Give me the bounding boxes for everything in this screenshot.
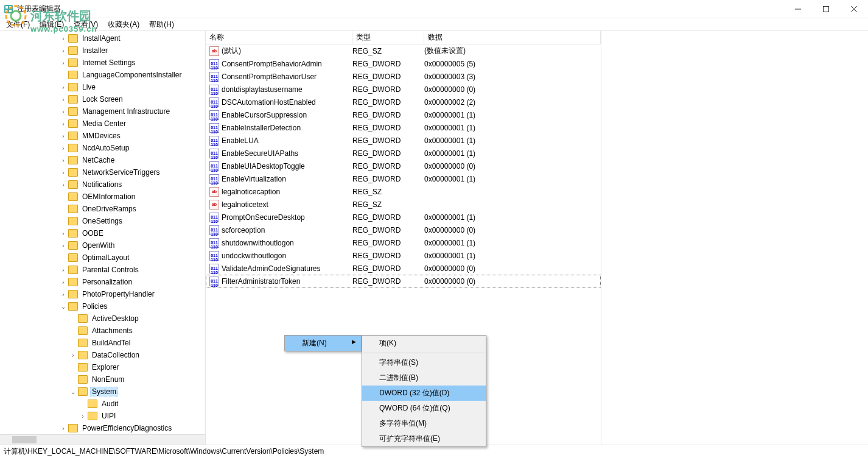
tree-item[interactable]: ›Parental Controls [0, 264, 205, 276]
tree-item[interactable]: ›OOBE [0, 227, 205, 239]
ctx-submenu-item[interactable]: QWORD (64 位)值(Q) [362, 401, 486, 416]
registry-value-row[interactable]: 011110EnableInstallerDetectionREG_DWORD0… [206, 121, 601, 134]
col-data[interactable]: 数据 [424, 31, 601, 44]
expand-icon[interactable]: › [58, 230, 68, 237]
tree-item[interactable]: LanguageComponentsInstaller [0, 69, 205, 81]
ctx-submenu-item[interactable]: DWORD (32 位)值(D) [362, 386, 486, 401]
tree-item[interactable]: OneDriveRamps [0, 203, 205, 215]
expand-icon[interactable]: › [58, 145, 68, 152]
tree-item[interactable]: ›Personalization [0, 276, 205, 288]
tree-item[interactable]: ›DataCollection [0, 349, 205, 361]
registry-value-row[interactable]: 011110EnableSecureUIAPathsREG_DWORD0x000… [206, 147, 601, 160]
expand-icon[interactable]: › [68, 352, 78, 359]
menu-file[interactable]: 文件(F) [2, 18, 33, 31]
ctx-submenu-item[interactable]: 可扩充字符串值(E) [362, 431, 486, 446]
tree-item[interactable]: ⌄Policies [0, 300, 205, 312]
tree-item[interactable]: ›Lock Screen [0, 93, 205, 105]
expand-icon[interactable]: › [58, 121, 68, 127]
tree-item[interactable]: OptimalLayout [0, 252, 205, 264]
menu-edit[interactable]: 编辑(E) [36, 18, 68, 31]
registry-value-row[interactable]: 011110scforceoptionREG_DWORD0x00000000 (… [206, 224, 601, 236]
tree-item[interactable]: ›Live [0, 81, 205, 93]
expand-icon[interactable]: › [58, 84, 68, 91]
tree-item[interactable]: ›Media Center [0, 118, 205, 130]
registry-value-row[interactable]: 011110dontdisplaylastusernameREG_DWORD0x… [206, 83, 601, 96]
registry-value-row[interactable]: ablegalnoticecaptionREG_SZ [206, 185, 601, 198]
tree-item[interactable]: ›NetworkServiceTriggers [0, 166, 205, 178]
ctx-submenu-item[interactable]: 二进制值(B) [362, 370, 486, 386]
menu-favorites[interactable]: 收藏夹(A) [104, 18, 143, 31]
value-data: 0x00000001 (1) [424, 124, 601, 132]
registry-value-row[interactable]: 011110EnableLUAREG_DWORD0x00000001 (1) [206, 134, 601, 147]
collapse-icon[interactable]: ⌄ [58, 303, 68, 310]
title-bar[interactable]: 注册表编辑器 [0, 0, 868, 18]
collapse-icon[interactable]: ⌄ [68, 389, 78, 395]
maximize-button[interactable] [812, 0, 840, 18]
registry-value-row[interactable]: ablegalnoticetextREG_SZ [206, 198, 601, 211]
expand-icon[interactable]: › [58, 279, 68, 286]
expand-icon[interactable]: › [58, 181, 68, 188]
expand-icon[interactable]: › [58, 108, 68, 115]
registry-value-row[interactable]: ab(默认)REG_SZ(数值未设置) [206, 44, 601, 57]
registry-value-row[interactable]: 011110EnableCursorSuppressionREG_DWORD0x… [206, 108, 601, 121]
tree-item[interactable]: ⌄System [0, 386, 205, 398]
ctx-submenu-item[interactable]: 多字符串值(M) [362, 416, 486, 431]
tree-item[interactable]: ›MMDevices [0, 130, 205, 142]
registry-value-row[interactable]: 011110ConsentPromptBehaviorUserREG_DWORD… [206, 70, 601, 83]
tree-item[interactable]: ›Management Infrastructure [0, 105, 205, 118]
tree-item[interactable]: ›Notifications [0, 178, 205, 191]
tree-item[interactable]: Attachments [0, 325, 205, 337]
ctx-submenu-item[interactable]: 项(K) [362, 336, 486, 351]
menu-view[interactable]: 查看(V) [70, 18, 102, 31]
expand-icon[interactable]: › [58, 60, 68, 66]
expand-icon[interactable]: › [58, 267, 68, 273]
tree-item[interactable]: NonEnum [0, 373, 205, 386]
col-name[interactable]: 名称 [206, 31, 352, 44]
tree-item[interactable]: ›Installer [0, 44, 205, 57]
expand-icon[interactable]: › [58, 35, 68, 42]
expand-icon[interactable]: › [58, 425, 68, 432]
tree-item[interactable]: Audit [0, 398, 205, 410]
tree-item[interactable]: OneSettings [0, 215, 205, 227]
registry-value-row[interactable]: 011110undockwithoutlogonREG_DWORD0x00000… [206, 249, 601, 262]
menu-help[interactable]: 帮助(H) [145, 18, 178, 31]
registry-value-row[interactable]: 011110EnableVirtualizationREG_DWORD0x000… [206, 172, 601, 185]
tree-item[interactable]: ›UIPI [0, 410, 205, 422]
expand-icon[interactable]: › [58, 291, 68, 298]
tree-item[interactable]: ›PowerEfficiencyDiagnostics [0, 422, 205, 434]
registry-value-row[interactable]: 011110PromptOnSecureDesktopREG_DWORD0x00… [206, 211, 601, 224]
svg-rect-5 [5, 10, 8, 12]
registry-value-row[interactable]: 011110EnableUIADesktopToggleREG_DWORD0x0… [206, 160, 601, 172]
tree-item[interactable]: ›OpenWith [0, 239, 205, 252]
tree-item[interactable]: ›NcdAutoSetup [0, 142, 205, 154]
tree-item[interactable]: ›InstallAgent [0, 32, 205, 44]
expand-icon[interactable]: › [58, 242, 68, 249]
dword-value-icon: 011110 [209, 238, 219, 248]
registry-value-row[interactable]: 011110ValidateAdminCodeSignaturesREG_DWO… [206, 262, 601, 275]
expand-icon[interactable]: › [58, 133, 68, 139]
expand-icon[interactable]: › [58, 48, 68, 54]
expand-icon[interactable]: › [58, 157, 68, 164]
tree-item[interactable]: BuildAndTel [0, 337, 205, 349]
tree-item[interactable]: ›PhotoPropertyHandler [0, 288, 205, 300]
expand-icon[interactable]: › [58, 169, 68, 176]
ctx-submenu-item[interactable]: 字符串值(S) [362, 355, 486, 370]
registry-value-row[interactable]: 011110shutdownwithoutlogonREG_DWORD0x000… [206, 236, 601, 249]
tree-item[interactable]: ›NetCache [0, 154, 205, 166]
minimize-button[interactable] [784, 0, 812, 18]
expand-icon[interactable]: › [78, 413, 88, 420]
expand-icon[interactable]: › [58, 96, 68, 103]
registry-value-row[interactable]: 011110ConsentPromptBehaviorAdminREG_DWOR… [206, 57, 601, 70]
tree-item[interactable]: OEMInformation [0, 191, 205, 203]
registry-value-row[interactable]: 011110DSCAutomationHostEnabledREG_DWORD0… [206, 96, 601, 108]
tree-item[interactable]: ActiveDesktop [0, 312, 205, 325]
tree-scroll-h[interactable] [0, 434, 205, 445]
close-button[interactable] [840, 0, 868, 18]
col-type[interactable]: 类型 [352, 31, 424, 44]
ctx-new[interactable]: 新建(N)▶ [285, 336, 361, 351]
tree-item[interactable]: ›Internet Settings [0, 57, 205, 69]
tree-item[interactable]: Explorer [0, 361, 205, 373]
tree-pane[interactable]: ›InstallAgent›Installer›Internet Setting… [0, 31, 206, 445]
registry-value-row[interactable]: 011110FilterAdministratorTokenREG_DWORD0… [206, 275, 601, 287]
list-pane[interactable]: 名称 类型 数据 ab(默认)REG_SZ(数值未设置)011110Consen… [206, 31, 868, 445]
